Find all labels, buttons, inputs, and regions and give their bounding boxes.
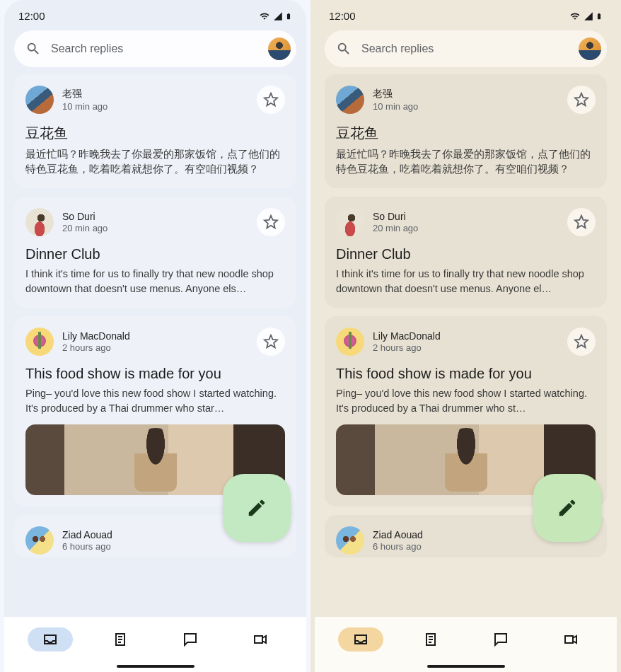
post-time: 10 min ago bbox=[62, 101, 248, 112]
video-icon bbox=[562, 631, 579, 648]
bottom-nav bbox=[315, 617, 617, 672]
post-time: 2 hours ago bbox=[373, 342, 559, 353]
star-button[interactable] bbox=[567, 86, 596, 114]
post-time: 20 min ago bbox=[373, 223, 559, 233]
post-title: This food show is made for you bbox=[25, 366, 285, 382]
post-title: 豆花鱼 bbox=[25, 124, 285, 143]
chat-icon bbox=[492, 631, 509, 648]
post-title: 豆花鱼 bbox=[336, 124, 596, 143]
nav-video[interactable] bbox=[238, 627, 283, 651]
post-time: 2 hours ago bbox=[62, 342, 248, 353]
post-card[interactable]: So Duri 20 min ago Dinner Club I think i… bbox=[14, 197, 296, 308]
author-name: 老强 bbox=[62, 88, 248, 100]
author-avatar bbox=[25, 526, 54, 555]
search-bar[interactable]: Search replies bbox=[14, 30, 296, 67]
status-icons bbox=[569, 11, 603, 22]
nav-handle[interactable] bbox=[117, 665, 195, 668]
star-outline-icon bbox=[263, 214, 279, 230]
nav-chat[interactable] bbox=[168, 627, 213, 651]
post-time: 6 hours ago bbox=[62, 541, 285, 552]
wifi-icon bbox=[569, 11, 581, 21]
post-card[interactable]: So Duri 20 min ago Dinner Club I think i… bbox=[325, 197, 607, 308]
bottom-nav bbox=[4, 617, 306, 672]
profile-avatar[interactable] bbox=[268, 37, 291, 60]
article-icon bbox=[422, 631, 439, 648]
status-icons bbox=[258, 11, 292, 22]
star-outline-icon bbox=[263, 92, 279, 108]
star-button[interactable] bbox=[257, 86, 285, 114]
post-time: 20 min ago bbox=[62, 223, 248, 233]
post-card[interactable]: 老强 10 min ago 豆花鱼 最近忙吗？昨晚我去了你最爱的那家饭馆，点了他… bbox=[325, 74, 607, 188]
star-outline-icon bbox=[263, 334, 279, 349]
nav-articles[interactable] bbox=[98, 627, 143, 651]
battery-icon bbox=[285, 11, 292, 22]
star-outline-icon bbox=[574, 92, 589, 108]
author-avatar bbox=[25, 208, 54, 236]
nav-video[interactable] bbox=[548, 627, 593, 651]
post-body: I think it's time for us to finally try … bbox=[25, 267, 285, 296]
search-icon bbox=[25, 41, 41, 57]
star-button[interactable] bbox=[567, 328, 596, 356]
author-avatar bbox=[336, 526, 364, 555]
nav-inbox[interactable] bbox=[28, 627, 73, 651]
author-avatar bbox=[25, 328, 54, 356]
inbox-icon bbox=[42, 631, 59, 648]
video-icon bbox=[252, 631, 269, 648]
post-card[interactable]: 老强 10 min ago 豆花鱼 最近忙吗？昨晚我去了你最爱的那家饭馆，点了他… bbox=[14, 74, 296, 188]
author-avatar bbox=[336, 86, 364, 114]
battery-icon bbox=[596, 11, 603, 22]
chat-icon bbox=[182, 631, 199, 648]
inbox-icon bbox=[352, 631, 369, 648]
status-bar: 12:00 bbox=[315, 0, 617, 28]
compose-fab[interactable] bbox=[533, 474, 601, 542]
compose-fab[interactable] bbox=[223, 474, 291, 542]
search-icon bbox=[336, 41, 352, 57]
phone-screen-warm: 12:00 Search replies 老强 10 min ago bbox=[310, 0, 621, 672]
author-name: So Duri bbox=[62, 211, 248, 222]
signal-icon bbox=[583, 11, 594, 21]
nav-handle[interactable] bbox=[427, 665, 505, 668]
post-body: I think it's time for us to finally try … bbox=[336, 267, 596, 296]
wifi-icon bbox=[258, 11, 271, 21]
star-button[interactable] bbox=[257, 208, 285, 236]
post-title: Dinner Club bbox=[25, 246, 285, 262]
nav-articles[interactable] bbox=[408, 627, 453, 651]
post-time: 6 hours ago bbox=[373, 541, 596, 552]
nav-inbox[interactable] bbox=[338, 627, 383, 651]
profile-avatar[interactable] bbox=[579, 37, 601, 60]
post-title: This food show is made for you bbox=[336, 366, 596, 382]
search-placeholder[interactable]: Search replies bbox=[361, 42, 569, 55]
search-bar[interactable]: Search replies bbox=[325, 30, 607, 67]
star-outline-icon bbox=[574, 334, 589, 349]
author-avatar bbox=[336, 328, 364, 356]
post-title: Dinner Club bbox=[336, 246, 596, 262]
post-body: 最近忙吗？昨晚我去了你最爱的那家饭馆，点了他们的特色豆花鱼，吃着吃着就想你了。有… bbox=[336, 147, 596, 177]
post-body: Ping– you'd love this new food show I st… bbox=[336, 386, 596, 416]
edit-icon bbox=[246, 497, 267, 519]
phone-screen-light: 12:00 Search replies 老强 10 min ago bbox=[0, 0, 310, 672]
search-placeholder[interactable]: Search replies bbox=[51, 42, 258, 55]
author-name: 老强 bbox=[373, 88, 559, 100]
signal-icon bbox=[272, 11, 284, 21]
author-name: So Duri bbox=[373, 211, 559, 222]
status-bar: 12:00 bbox=[4, 0, 306, 28]
post-body: 最近忙吗？昨晚我去了你最爱的那家饭馆，点了他们的特色豆花鱼，吃着吃着就想你了。有… bbox=[25, 147, 285, 177]
post-time: 10 min ago bbox=[373, 101, 559, 112]
nav-chat[interactable] bbox=[478, 627, 523, 651]
star-outline-icon bbox=[574, 214, 589, 230]
author-name: Lily MacDonald bbox=[373, 330, 559, 342]
edit-icon bbox=[557, 497, 578, 519]
author-name: Lily MacDonald bbox=[62, 330, 248, 342]
star-button[interactable] bbox=[257, 328, 285, 356]
author-avatar bbox=[25, 86, 54, 114]
status-time: 12:00 bbox=[329, 10, 356, 22]
author-avatar bbox=[336, 208, 364, 236]
post-body: Ping– you'd love this new food show I st… bbox=[25, 386, 285, 416]
status-time: 12:00 bbox=[18, 10, 45, 22]
article-icon bbox=[112, 631, 129, 648]
star-button[interactable] bbox=[567, 208, 596, 236]
